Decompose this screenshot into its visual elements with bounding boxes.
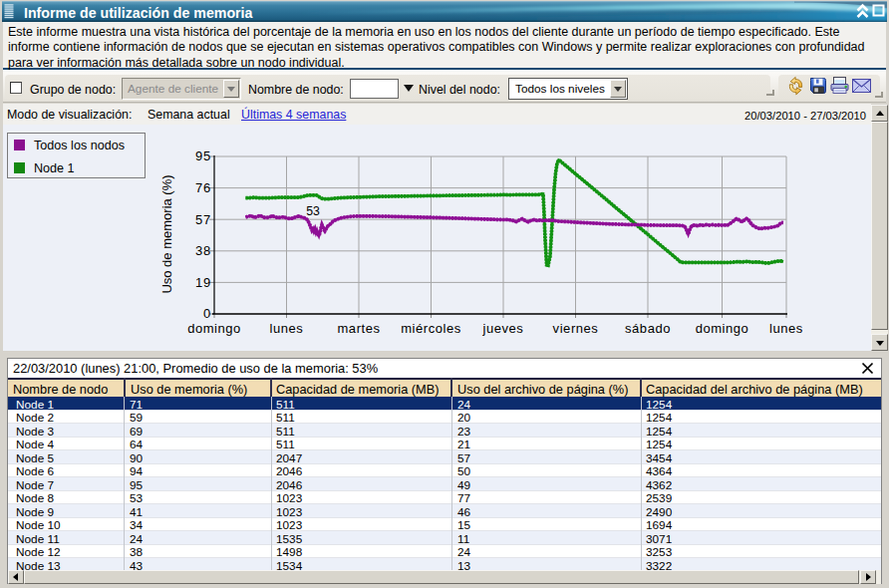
svg-text:domingo: domingo (187, 321, 241, 336)
svg-text:0: 0 (203, 306, 211, 321)
svg-text:sábado: sábado (625, 321, 671, 336)
svg-text:miércoles: miércoles (401, 321, 461, 336)
svg-text:Uso de memoria (%): Uso de memoria (%) (159, 174, 174, 293)
svg-text:domingo: domingo (696, 321, 749, 336)
svg-text:jueves: jueves (482, 321, 524, 336)
svg-text:lunes: lunes (769, 321, 803, 336)
svg-text:martes: martes (337, 321, 380, 336)
svg-text:76: 76 (195, 180, 211, 195)
svg-text:19: 19 (195, 275, 211, 290)
svg-text:95: 95 (195, 148, 211, 163)
svg-text:57: 57 (195, 212, 211, 227)
svg-text:53: 53 (306, 204, 320, 218)
svg-text:viernes: viernes (553, 321, 599, 336)
svg-text:38: 38 (195, 243, 211, 258)
svg-text:lunes: lunes (270, 321, 304, 336)
